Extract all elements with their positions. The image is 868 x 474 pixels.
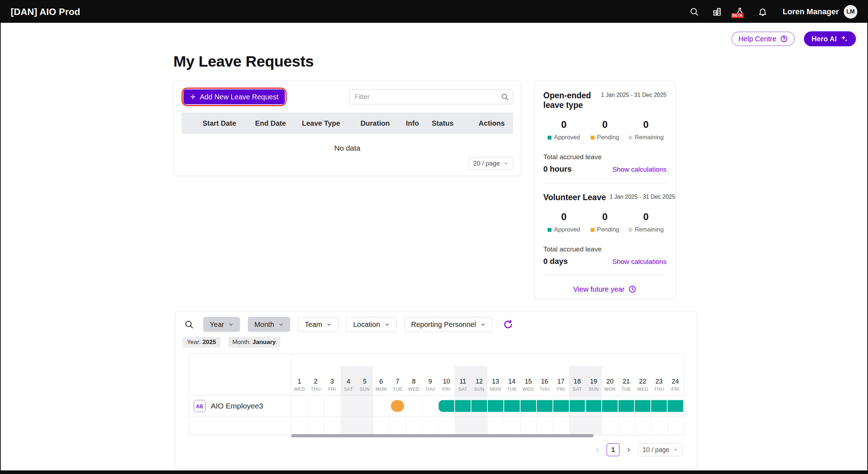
day-cell: [602, 417, 618, 435]
day-weekday: WED: [523, 386, 534, 392]
filter-month[interactable]: Month: [248, 317, 290, 332]
day-cell: [406, 417, 422, 435]
day-weekday: MON: [490, 386, 501, 392]
refresh-button[interactable]: [501, 317, 515, 332]
show-calculations-link[interactable]: Show calculations: [612, 166, 666, 173]
column-header-actions: Actions: [474, 119, 513, 127]
stat-label: Remaining: [635, 134, 664, 141]
day-weekday: THU: [425, 386, 435, 392]
leave-bar-segment[interactable]: [651, 400, 667, 412]
leave-bar-segment[interactable]: [537, 400, 553, 412]
calendar-page-size-select[interactable]: 10 / page: [638, 443, 683, 456]
view-future-year-link[interactable]: View future year: [543, 285, 666, 293]
notifications-bell-icon[interactable]: [758, 7, 768, 17]
day-number: 2: [314, 378, 318, 385]
filter-input[interactable]: [349, 89, 513, 104]
legend-square-remaining: [628, 136, 632, 140]
column-header-leave-type: Leave Type: [298, 119, 356, 127]
row-days: [291, 417, 684, 435]
day-header-10: 10FRI: [438, 354, 455, 395]
help-centre-button[interactable]: Help Centre: [732, 32, 795, 46]
day-weekday: WED: [637, 386, 648, 392]
day-weekday: WED: [294, 386, 305, 392]
day-cell: [324, 396, 340, 416]
day-weekday: THU: [540, 386, 550, 392]
beta-flask-icon[interactable]: BETA: [735, 7, 745, 17]
beta-badge: BETA: [731, 13, 743, 18]
day-number: 15: [525, 378, 532, 385]
chevron-down-icon: [278, 322, 284, 327]
day-number: 10: [443, 378, 450, 385]
calendar-search-button[interactable]: [182, 317, 196, 332]
history-clock-icon: [628, 285, 637, 293]
leave-bar-segment[interactable]: [570, 400, 585, 412]
day-cell: [308, 417, 324, 435]
balance-period: 1 Jan 2025 - 31 Dec 2025: [601, 92, 666, 110]
legend-square-approved: [548, 136, 551, 140]
chevron-down-icon: [228, 322, 234, 327]
day-cell: [487, 417, 504, 435]
organisation-icon[interactable]: [712, 7, 722, 17]
leave-bar-segment[interactable]: [618, 400, 634, 412]
leave-bar-segment[interactable]: [504, 400, 520, 412]
filter-location[interactable]: Location: [346, 317, 397, 332]
search-icon[interactable]: [689, 7, 699, 17]
horizontal-scrollbar[interactable]: [291, 434, 594, 437]
chevron-down-icon: [503, 161, 508, 166]
tag-value: January: [252, 339, 276, 345]
leave-bar-segment[interactable]: [471, 400, 487, 412]
leave-bar-segment[interactable]: [586, 400, 602, 412]
add-new-leave-request-button[interactable]: Add New Leave Request: [183, 89, 285, 104]
leave-bar[interactable]: [391, 400, 404, 412]
day-cell: [406, 396, 422, 416]
page-number-button[interactable]: 1: [607, 443, 619, 456]
day-number: 13: [492, 378, 499, 385]
leave-bar-segment[interactable]: [521, 400, 536, 412]
day-header-15: 15WED: [520, 354, 537, 395]
day-header-3: 3FRI: [324, 354, 340, 395]
stat-label: Pending: [597, 134, 619, 141]
leave-bar-segment[interactable]: [668, 400, 683, 412]
accrued-label: Total accrued leave: [543, 245, 666, 253]
filter-reporting-personnel[interactable]: Reporting Personnel: [404, 317, 492, 332]
day-cell: [389, 417, 406, 435]
user-avatar: LM: [844, 5, 857, 19]
calendar-toolbar: YearMonthTeamLocationReporting Personnel: [176, 311, 697, 332]
tag-value: 2025: [203, 339, 216, 345]
day-cell: [651, 417, 667, 435]
day-cell: [422, 417, 438, 435]
show-calculations-link[interactable]: Show calculations: [612, 258, 666, 266]
filter-field-wrap: [349, 89, 513, 104]
filter-team[interactable]: Team: [298, 317, 339, 332]
plus-icon: [190, 94, 196, 100]
stat-remaining: 0 Remaining: [626, 212, 666, 233]
balance-stats: 0 Approved 0 Pending 0 Remaining: [543, 212, 666, 233]
day-cell: [422, 396, 438, 416]
employee-cell: [189, 417, 291, 435]
leave-bar-segment[interactable]: [635, 400, 650, 412]
filter-year[interactable]: Year: [203, 317, 240, 332]
day-header-23: 23THU: [651, 354, 667, 395]
stat-value: 0: [543, 119, 584, 130]
next-page-button[interactable]: [625, 446, 632, 453]
day-cell: [569, 417, 585, 435]
hero-ai-button[interactable]: Hero AI: [804, 31, 856, 46]
sparkle-icon: [840, 35, 848, 43]
leave-bar-segment[interactable]: [439, 400, 454, 412]
page-size-select[interactable]: 20 / page: [469, 157, 513, 170]
leave-bar-segment[interactable]: [455, 400, 471, 412]
day-number: 22: [639, 378, 646, 385]
leave-requests-controls: Add New Leave Request: [174, 81, 521, 106]
leave-bar-segment[interactable]: [488, 400, 503, 412]
leave-bar-segment[interactable]: [602, 400, 618, 412]
calendar-filter-bar: YearMonthTeamLocationReporting Personnel: [203, 317, 492, 332]
accrued-value: 0 days: [543, 257, 568, 266]
previous-page-button[interactable]: [594, 446, 601, 453]
topbar-actions: BETA Loren Manager LM: [689, 5, 857, 19]
tag-label: Month:: [232, 339, 253, 345]
bottom-edge-strip: [1, 470, 867, 473]
user-menu[interactable]: Loren Manager LM: [783, 5, 857, 19]
chevron-down-icon: [326, 322, 332, 327]
leave-bar-segment[interactable]: [553, 400, 569, 412]
day-number: 11: [460, 378, 466, 385]
